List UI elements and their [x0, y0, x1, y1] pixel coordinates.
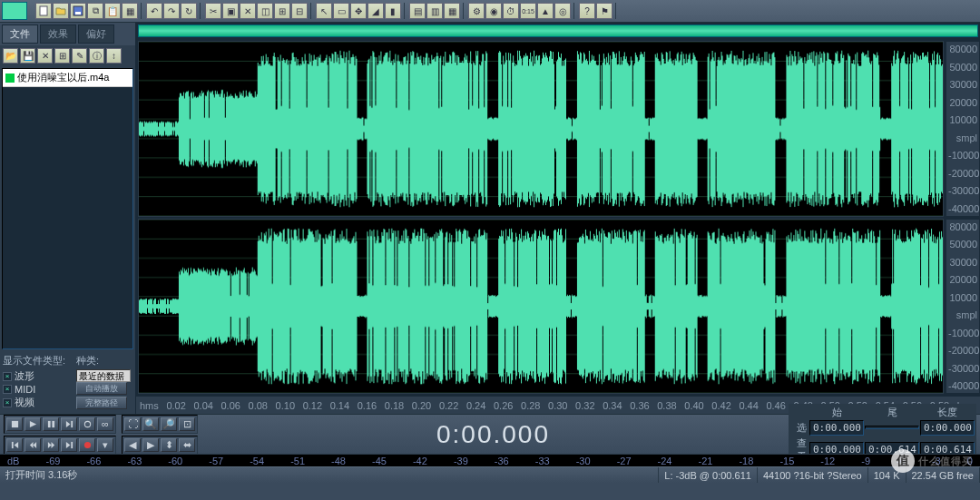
record-mode-button[interactable]: ▾	[97, 438, 113, 452]
sel-header-length: 长度	[920, 406, 975, 419]
cd-button[interactable]: ◎	[554, 3, 571, 19]
level-meter[interactable]: dB-69-66-63-60-57-54-51-48-45-42-39-36-3…	[0, 454, 980, 466]
goto-start-button[interactable]	[6, 438, 23, 452]
move-tool-button[interactable]: ✥	[350, 3, 367, 19]
view1-button[interactable]: ▤	[409, 3, 426, 19]
file-item[interactable]: 使用消噪宝以后.m4a	[3, 69, 132, 87]
tab-files[interactable]: 文件	[2, 25, 38, 44]
kind-select[interactable]: 最近的数据	[76, 369, 131, 382]
repeat-button[interactable]: ↻	[181, 3, 197, 19]
waveform-left-channel[interactable]	[138, 41, 944, 217]
batch-button[interactable]: ▦	[122, 3, 138, 19]
app-logo-icon	[2, 2, 27, 20]
marker-button[interactable]: ▮	[385, 3, 401, 19]
tab-effects[interactable]: 效果	[40, 25, 76, 44]
svg-point-10	[83, 441, 90, 447]
record-button[interactable]	[79, 438, 95, 452]
goto-end-button[interactable]	[61, 438, 77, 452]
panel-save-button[interactable]: 💾	[20, 48, 35, 64]
svg-rect-4	[47, 420, 50, 426]
waveform-checkbox[interactable]: ×	[3, 372, 12, 381]
forward-button[interactable]	[43, 438, 59, 452]
cursor-tool-button[interactable]: ↖	[316, 3, 332, 19]
insert-button[interactable]: ⊞	[274, 3, 290, 19]
file-type-options: 显示文件类型: ×波形 ×MIDI ×视频 种类: 最近的数据 自动播放 完整路…	[0, 351, 135, 414]
tab-favorites[interactable]: 偏好	[78, 25, 114, 44]
zoom-selection-button[interactable]: ⊡	[179, 417, 195, 431]
left-panel: 文件 效果 偏好 📂 💾 ✕ ⊞ ✎ ⓘ ↕ 使用消噪宝以后.m4a 显示文件类…	[0, 23, 136, 414]
view2-button[interactable]: ▥	[426, 3, 443, 19]
delete-button[interactable]: ✕	[240, 3, 256, 19]
navigation-controls: ▾	[4, 436, 116, 455]
mix-paste-button[interactable]: ◫	[257, 3, 273, 19]
show-type-label: 显示文件类型:	[3, 354, 65, 368]
zoom-vertical-out-button[interactable]: ⬌	[179, 438, 195, 452]
panel-edit-button[interactable]: ✎	[72, 48, 87, 64]
autoplay-button[interactable]: 自动播放	[76, 382, 127, 395]
scrub-tool-button[interactable]: ◢	[368, 3, 384, 19]
play-to-end-button[interactable]	[61, 417, 77, 431]
sel-length-value[interactable]: 0:00.000	[920, 420, 975, 436]
open-file-button[interactable]	[53, 3, 69, 19]
fullpath-button[interactable]: 完整路径	[76, 397, 127, 409]
copy-button[interactable]: ⧉	[87, 3, 103, 19]
transport-bar: ∞ ▾ ⛶ 🔍 🔎 ⊡ ◀ ▶ ⬍ ⬌ 0:00.000 始 尾 长度 选	[0, 414, 980, 454]
video-checkbox[interactable]: ×	[3, 398, 12, 407]
marquee-button[interactable]: ▭	[333, 3, 349, 19]
sel-header-end: 尾	[865, 406, 919, 419]
new-file-button[interactable]	[35, 3, 52, 19]
zoom-fit-button[interactable]: ⛶	[124, 417, 141, 431]
settings-button[interactable]: ⚙	[468, 3, 485, 19]
panel-open-button[interactable]: 📂	[3, 48, 18, 64]
undo-button[interactable]: ↶	[146, 3, 162, 19]
play-loop-button[interactable]: ∞	[97, 417, 113, 431]
svg-rect-2	[75, 12, 81, 15]
pause-button[interactable]	[43, 417, 59, 431]
playback-controls: ∞	[4, 415, 116, 434]
status-free-space: 22.54 GB free	[906, 467, 981, 483]
append-button[interactable]: ⊟	[291, 3, 308, 19]
zoom-controls-1: ⛶ 🔍 🔎 ⊡	[122, 415, 198, 434]
metronome-button[interactable]: ▲	[537, 3, 554, 19]
main-toolbar: ⧉ 📋 ▦ ↶ ↷ ↻ ✂ ▣ ✕ ◫ ⊞ ⊟ ↖ ▭ ✥ ◢ ▮ ▤ ▥ ▦ …	[0, 0, 980, 23]
amplitude-ruler-left: 8000050000300002000010000smpl-10000-2000…	[946, 41, 980, 217]
sel-header-begin: 始	[809, 406, 864, 419]
svg-point-7	[84, 421, 90, 426]
sel-end-value[interactable]	[865, 426, 919, 429]
help-button[interactable]: ?	[579, 3, 595, 19]
options-button[interactable]: ⚑	[596, 3, 612, 19]
time-format-button[interactable]: ⏱	[503, 3, 519, 19]
cut-button[interactable]: ✂	[205, 3, 221, 19]
svg-rect-3	[11, 420, 17, 426]
waveform-channels[interactable]: 8000050000300002000010000smpl-10000-2000…	[136, 39, 980, 396]
save-button[interactable]	[70, 3, 86, 19]
sel-begin-value[interactable]: 0:00.000	[809, 420, 864, 436]
stop-button[interactable]	[6, 417, 23, 431]
midi-checkbox[interactable]: ×	[3, 385, 12, 394]
file-list[interactable]: 使用消噪宝以后.m4a	[2, 68, 133, 349]
record-settings-button[interactable]: ◉	[485, 3, 502, 19]
svg-rect-9	[71, 441, 73, 447]
snap-button[interactable]: 0:15	[520, 3, 536, 19]
zoom-in-left-button[interactable]: ◀	[124, 438, 141, 452]
zoom-in-button[interactable]: 🔍	[142, 417, 159, 431]
file-name-label: 使用消噪宝以后.m4a	[17, 71, 109, 84]
panel-insert-button[interactable]: ⊞	[54, 48, 70, 64]
svg-rect-8	[11, 441, 13, 447]
loop-button[interactable]	[79, 417, 95, 431]
svg-rect-6	[71, 420, 73, 426]
paste-button[interactable]: 📋	[104, 3, 121, 19]
redo-button[interactable]: ↷	[163, 3, 180, 19]
waveform-right-channel[interactable]	[138, 219, 944, 395]
panel-info-button[interactable]: ⓘ	[89, 48, 104, 64]
panel-sort-button[interactable]: ↕	[106, 48, 122, 64]
rewind-button[interactable]	[24, 438, 41, 452]
panel-close-button[interactable]: ✕	[37, 48, 53, 64]
spectral-button[interactable]: ▦	[444, 3, 460, 19]
trim-button[interactable]: ▣	[222, 3, 239, 19]
zoom-vertical-in-button[interactable]: ⬍	[161, 438, 177, 452]
overview-bar[interactable]	[138, 25, 978, 37]
play-button[interactable]	[24, 417, 41, 431]
zoom-out-button[interactable]: 🔎	[161, 417, 177, 431]
zoom-in-right-button[interactable]: ▶	[142, 438, 159, 452]
